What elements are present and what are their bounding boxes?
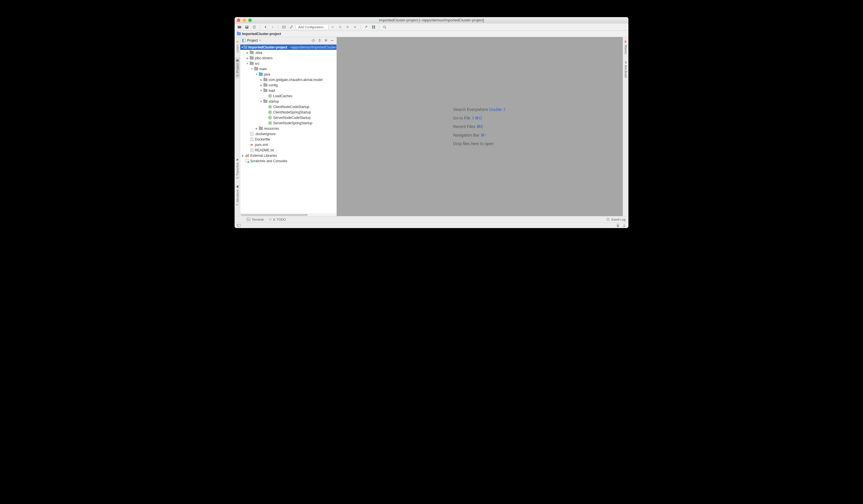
- run-config-label: Add Configuration...: [298, 25, 326, 29]
- tab-terminal[interactable]: Terminal: [247, 218, 264, 221]
- wrench-icon[interactable]: [363, 24, 369, 30]
- tab-structure[interactable]: 7: Structure: [235, 183, 240, 208]
- arrow-right-icon[interactable]: ▶: [246, 57, 249, 60]
- tab-event-log[interactable]: Event Log: [606, 218, 626, 221]
- hint-drop: Drop files here to open: [453, 141, 506, 146]
- arrow-right-icon[interactable]: ▶: [259, 84, 263, 87]
- terminal-icon: [247, 218, 250, 221]
- tool-windows-icon[interactable]: [237, 223, 241, 228]
- svg-rect-23: [237, 224, 239, 227]
- arrow-down-icon[interactable]: ▼: [254, 73, 259, 76]
- arrow-right-icon[interactable]: ▶: [259, 78, 263, 81]
- tab-maven[interactable]: mMaven: [623, 38, 628, 56]
- folder-icon: [237, 32, 241, 35]
- todo-icon: [268, 218, 272, 221]
- tree-node-java[interactable]: ▼java: [240, 72, 336, 77]
- minimize-icon[interactable]: [242, 18, 246, 22]
- arrow-right-icon[interactable]: ▶: [241, 154, 245, 157]
- inspections-icon[interactable]: [622, 223, 626, 228]
- main-toolbar: Add Configuration...: [235, 23, 628, 31]
- scrollbar-thumb[interactable]: [241, 214, 308, 216]
- svg-rect-8: [236, 59, 239, 62]
- run-configuration-dropdown[interactable]: Add Configuration...: [296, 24, 328, 30]
- svg-rect-3: [372, 25, 373, 26]
- tree-node-main[interactable]: ▼main: [240, 66, 336, 72]
- tab-todo[interactable]: 6: TODO: [268, 218, 286, 221]
- library-icon: [246, 154, 249, 157]
- tree-node-dockerfile[interactable]: Dockerfile: [240, 137, 336, 142]
- arrow-down-icon[interactable]: ▼: [241, 46, 243, 49]
- tab-favorites[interactable]: 2: Favorites: [235, 156, 240, 180]
- tree-node-src[interactable]: ▼src: [240, 61, 336, 66]
- gear-icon[interactable]: [323, 38, 328, 43]
- hint-navbar: Navigation Bar⌘↑: [453, 133, 506, 138]
- tree-node-loadcaches[interactable]: CLoadCaches: [240, 93, 336, 99]
- tree-node-pkg-model[interactable]: ▶com.gridgain.chaudhri.akmal.model: [240, 77, 336, 82]
- back-icon[interactable]: [262, 24, 268, 30]
- maximize-icon[interactable]: [248, 18, 252, 22]
- arrow-down-icon[interactable]: ▼: [259, 100, 263, 103]
- tree-node-cns[interactable]: CClientNodeSpringStartup: [240, 109, 336, 115]
- svg-rect-4: [374, 25, 375, 26]
- navigation-bar[interactable]: ImportedCluster-project: [235, 31, 628, 37]
- main-body: Learn 1: Project 2: Favorites 7: Structu…: [235, 37, 628, 216]
- tree-node-scratches[interactable]: Scratches and Consoles: [240, 158, 336, 164]
- tree-node-dockerignore[interactable]: .dockerignore: [240, 131, 336, 137]
- locate-icon[interactable]: [311, 38, 316, 43]
- hide-icon[interactable]: [329, 38, 335, 43]
- folder-icon: [254, 67, 258, 70]
- svg-point-18: [625, 61, 626, 62]
- separator: [379, 25, 379, 30]
- tree-node-resources[interactable]: ▶resources: [240, 126, 336, 131]
- tree-node-jdbc[interactable]: ▶jdbc-drivers: [240, 55, 336, 61]
- file-icon: [250, 132, 253, 136]
- arrow-down-icon[interactable]: ▼: [259, 89, 263, 92]
- tab-project[interactable]: 1: Project: [235, 57, 240, 78]
- project-structure-icon[interactable]: [371, 24, 377, 30]
- tab-ant[interactable]: Ant Build: [624, 59, 628, 79]
- svg-point-7: [384, 26, 386, 28]
- lock-icon[interactable]: [616, 223, 620, 228]
- tree-node-idea[interactable]: ▶.idea: [240, 50, 336, 55]
- tree-root[interactable]: ▼ImportedCluster-project~/apps/demos/Imp…: [240, 44, 336, 50]
- arrow-down-icon[interactable]: ▼: [250, 67, 254, 70]
- source-folder-icon: [259, 73, 263, 76]
- breadcrumb-root[interactable]: ImportedCluster-project: [242, 32, 281, 36]
- tree-node-snc[interactable]: CServerNodeCodeStartup: [240, 115, 336, 120]
- tree-node-pom[interactable]: mpom.xml: [240, 142, 336, 147]
- tree-node-readme[interactable]: README.txt: [240, 147, 336, 153]
- svg-rect-6: [374, 27, 375, 28]
- save-icon[interactable]: [244, 24, 250, 30]
- hammer-icon[interactable]: [288, 24, 295, 30]
- arrow-right-icon[interactable]: ▶: [246, 51, 249, 54]
- titlebar: ImportedCluster-project [~/apps/demos/Im…: [235, 17, 628, 23]
- left-tool-gutter: Learn 1: Project 2: Favorites 7: Structu…: [235, 37, 240, 216]
- tree-node-pkg-config[interactable]: ▶config: [240, 82, 336, 88]
- build-icon[interactable]: [281, 24, 287, 30]
- forward-icon: [270, 24, 276, 30]
- tree-node-cnc[interactable]: CClientNodeCodeStartup: [240, 104, 336, 109]
- horizontal-scrollbar[interactable]: [240, 214, 336, 216]
- tree-node-sns[interactable]: CServerNodeSpringStartup: [240, 120, 336, 126]
- collapse-all-icon[interactable]: [317, 38, 322, 43]
- project-tree[interactable]: ▼ImportedCluster-project~/apps/demos/Imp…: [240, 44, 336, 214]
- open-icon[interactable]: [236, 24, 242, 30]
- resources-folder-icon: [259, 127, 263, 130]
- editor-empty-state[interactable]: Search EverywhereDouble ⇧ Go to File⇧⌘O …: [337, 37, 623, 216]
- svg-rect-2: [354, 26, 356, 28]
- sync-icon[interactable]: [251, 24, 258, 30]
- run-icon: [329, 24, 336, 30]
- tree-node-external-libraries[interactable]: ▶External Libraries: [240, 153, 336, 158]
- close-icon[interactable]: [237, 18, 240, 22]
- project-tool-window: Project ▼ImportedCluster-project~/apps/d…: [240, 37, 337, 216]
- arrow-down-icon[interactable]: ▼: [246, 62, 249, 65]
- search-icon[interactable]: [382, 24, 388, 30]
- project-tool-header: Project: [240, 37, 336, 44]
- project-view-selector[interactable]: Project: [242, 38, 310, 42]
- tree-node-pkg-startup[interactable]: ▼startup: [240, 99, 336, 104]
- arrow-right-icon[interactable]: ▶: [254, 127, 259, 130]
- tab-learn[interactable]: Learn: [235, 38, 240, 54]
- svg-rect-17: [331, 40, 334, 41]
- tree-node-pkg-load[interactable]: ▼load: [240, 88, 336, 93]
- chevron-down-icon: [259, 39, 261, 42]
